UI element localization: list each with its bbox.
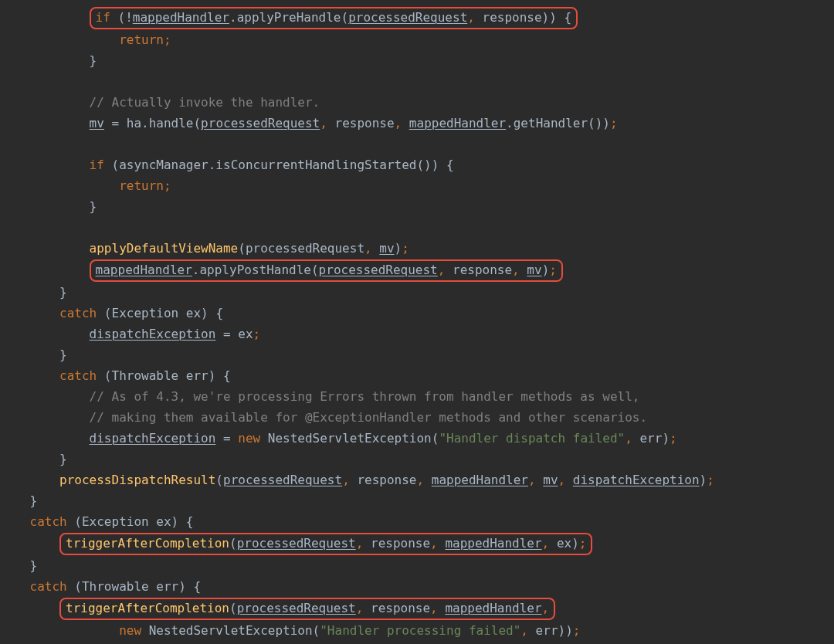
code-line: catch (Exception ex) { (0, 303, 834, 324)
code-line: } (0, 449, 834, 469)
code-line: // making them available for @ExceptionH… (0, 407, 834, 428)
code-line (0, 71, 834, 92)
code-line: return; (0, 29, 834, 50)
code-line: if (!mappedHandler.applyPreHandle(proces… (0, 6, 834, 29)
code-line: } (0, 50, 834, 71)
code-line: } (0, 282, 834, 303)
code-line: dispatchException = ex; (0, 324, 834, 344)
code-line: dispatchException = new NestedServletExc… (0, 428, 834, 449)
code-line: new NestedServletException("Handler proc… (0, 620, 834, 641)
code-line: } (0, 196, 834, 217)
code-line (0, 134, 834, 154)
code-line (0, 217, 834, 238)
code-editor[interactable]: if (!mappedHandler.applyPreHandle(proces… (0, 6, 834, 641)
code-line: // Actually invoke the handler. (0, 92, 834, 113)
code-line: catch (Throwable err) { (0, 576, 834, 597)
code-line: catch (Throwable err) { (0, 365, 834, 386)
code-line: applyDefaultViewName(processedRequest, m… (0, 238, 834, 259)
code-line: mappedHandler.applyPostHandle(processedR… (0, 259, 834, 282)
code-line: return; (0, 175, 834, 196)
code-line: catch (Exception ex) { (0, 511, 834, 532)
code-line: processDispatchResult(processedRequest, … (0, 469, 834, 490)
code-line: } (0, 555, 834, 576)
code-line: triggerAfterCompletion(processedRequest,… (0, 597, 834, 620)
code-line: // As of 4.3, we're processing Errors th… (0, 386, 834, 407)
code-line: } (0, 344, 834, 365)
code-line: if (asyncManager.isConcurrentHandlingSta… (0, 154, 834, 175)
code-line: } (0, 490, 834, 511)
code-line: triggerAfterCompletion(processedRequest,… (0, 532, 834, 555)
code-line: mv = ha.handle(processedRequest, respons… (0, 113, 834, 134)
